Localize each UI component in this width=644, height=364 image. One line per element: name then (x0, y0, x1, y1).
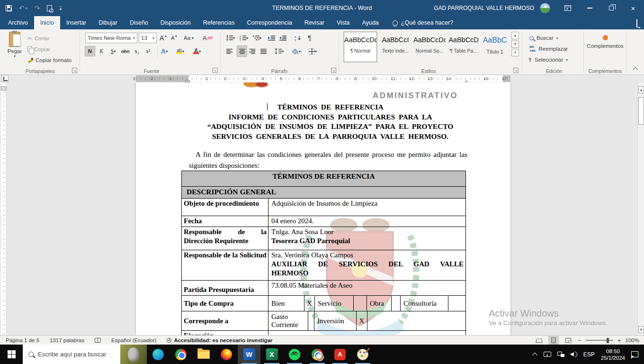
scroll-up-button[interactable]: ▲ (638, 86, 644, 93)
format-painter-button[interactable]: Copiar formato (27, 55, 72, 65)
style-titulo-1[interactable]: AaBbC Título 1 (478, 32, 511, 62)
taskbar-firefox[interactable] (215, 345, 238, 364)
tab-vista[interactable]: Vista (331, 16, 356, 29)
subscript-button[interactable]: x₂ (134, 46, 139, 56)
copy-button[interactable]: Copiar (27, 44, 50, 54)
change-case-button[interactable]: Aa▾ (184, 33, 194, 43)
replace-button[interactable]: ab⤷acReemplazar (529, 44, 568, 54)
select-button[interactable]: Seleccionar▾ (529, 55, 568, 64)
start-button[interactable] (0, 345, 23, 364)
taskbar-chrome[interactable] (170, 345, 192, 364)
accessibility-status[interactable]: Accesibilidad: es necesario investigar (167, 337, 272, 343)
styles-scroll-down[interactable]: ▼ (511, 40, 519, 48)
collapse-ribbon-icon[interactable] (633, 67, 638, 72)
taskbar-acrobat[interactable]: A (329, 345, 351, 364)
style-normal-sa[interactable]: AaBbCcDc Normal Sa... (413, 32, 446, 62)
font-size-combo[interactable]: 13▾ (139, 33, 157, 43)
strikethrough-button[interactable]: abc (121, 46, 130, 56)
show-marks-button[interactable]: ¶ (308, 33, 312, 43)
table-section-row[interactable]: DESCRIPCIÓN GENERAL (182, 187, 465, 199)
table-row-tipo-compra[interactable]: Tipo de Compra Bien X Servicio Obra Cons… (182, 296, 465, 311)
tab-inicio[interactable]: Inicio (34, 16, 60, 29)
zoom-in-button[interactable]: + (617, 337, 621, 344)
align-left-button[interactable] (226, 46, 233, 56)
tray-clock[interactable]: 08:50 25/1/2024 (601, 348, 625, 361)
tray-volume[interactable] (571, 352, 577, 357)
word-count[interactable]: 1317 palabras (50, 337, 84, 343)
table-row-corresponde[interactable]: Corresponde a Gasto Corriente Inversión … (182, 311, 465, 331)
fuente-dialog-launcher[interactable]: ↘ (213, 68, 218, 73)
tray-show-hidden-icons[interactable] (534, 353, 537, 356)
dropdown-icon[interactable]: ▾ (152, 36, 154, 40)
tab-dibujar[interactable]: Dibujar (92, 16, 124, 29)
underline-button[interactable]: S▾ (107, 46, 119, 56)
tab-diseno[interactable]: Diseño (124, 16, 154, 29)
cut-button[interactable]: ✂Cortar (27, 33, 50, 43)
document-page[interactable]: ADMINISTRATIVO TÉRMINOS DE REFERENCIA IN… (136, 82, 510, 335)
tray-language[interactable]: ESP (583, 351, 595, 358)
clear-formatting-button[interactable]: A (203, 33, 213, 43)
horizontal-ruler[interactable]: 32112345678910111213141617 (136, 75, 510, 82)
grow-font-button[interactable]: A▲ (160, 33, 167, 43)
line-spacing-button[interactable]: ▾ (275, 46, 284, 56)
style-normal[interactable]: AaBbCcDc ¶ Normal (344, 32, 377, 62)
decrease-indent-button[interactable] (268, 33, 275, 43)
parrafo-dialog-launcher[interactable]: ↘ (331, 68, 336, 73)
estilos-dialog-launcher[interactable]: ↘ (513, 68, 519, 73)
styles-scroll-up[interactable]: ▲ (511, 32, 519, 39)
tray-network[interactable] (557, 352, 564, 357)
zoom-slider[interactable] (586, 340, 613, 341)
taskbar-edge[interactable] (147, 345, 170, 364)
tell-me-box[interactable]: ¿Qué desea hacer? (393, 16, 454, 29)
borders-button[interactable]: ▾ (309, 46, 317, 56)
superscript-button[interactable]: x² (146, 46, 150, 56)
sort-button[interactable]: AZ (295, 33, 301, 43)
proofing-status[interactable] (95, 338, 101, 343)
restore-button[interactable] (600, 0, 622, 16)
complementos-button[interactable]: Complementos (586, 32, 624, 49)
account-name[interactable]: GAD PARROQUIAL VALLE HERMOSO (434, 5, 534, 11)
vertical-scrollbar[interactable]: ▲ ▼ (637, 82, 644, 335)
table-row-objeto[interactable]: Objeto de procedimiento Adquisición de I… (182, 199, 465, 216)
tab-revisar[interactable]: Revisar (298, 16, 331, 29)
ribbon-display-options-button[interactable] (557, 0, 579, 16)
justify-button[interactable] (260, 46, 267, 56)
font-color-button[interactable]: A▾ (193, 46, 201, 56)
text-effects-button[interactable]: A▾ (161, 46, 168, 56)
table-row-fecha[interactable]: Fecha 04 enero 2024. (182, 216, 465, 227)
table-title-row[interactable]: TÉRMINOS DE REFERENCIA (182, 171, 465, 187)
taskbar-spotify[interactable] (283, 345, 306, 364)
minimize-button[interactable] (579, 0, 600, 16)
shrink-font-button[interactable]: A▼ (171, 33, 178, 43)
tab-ayuda[interactable]: Ayuda (356, 16, 385, 29)
taskbar-search-box[interactable]: Escribe aquí para buscar (23, 345, 147, 364)
scrollbar-thumb[interactable] (638, 97, 644, 125)
comments-button[interactable] (636, 19, 637, 28)
vertical-ruler[interactable] (1, 82, 7, 335)
taskbar-file-explorer[interactable] (192, 345, 215, 364)
increase-indent-button[interactable] (279, 33, 286, 43)
numbering-button[interactable]: 123▾ (240, 33, 248, 43)
italic-button[interactable]: K (97, 46, 106, 56)
tab-insertar[interactable]: Insertar (60, 16, 92, 29)
style-texto-independiente[interactable]: AaBbCcI Texto inde... (379, 32, 412, 62)
scroll-down-button[interactable]: ▼ (638, 326, 644, 333)
tab-archivo[interactable]: Archivo (2, 16, 34, 29)
multilevel-list-button[interactable]: ▾ (253, 33, 261, 43)
tab-correspondencia[interactable]: Correspondencia (241, 16, 298, 29)
style-table-paragraph[interactable]: AaBbCcD ¶ Table Pa... (447, 32, 480, 62)
align-right-button[interactable] (249, 46, 255, 56)
taskbar-word-active[interactable]: W (238, 345, 260, 364)
close-button[interactable]: × (622, 0, 644, 16)
tab-disposicion[interactable]: Disposición (154, 16, 197, 29)
bold-button[interactable]: N (85, 46, 95, 56)
first-line-indent-marker[interactable] (186, 75, 189, 80)
find-button[interactable]: Buscar▾ (529, 33, 558, 43)
taskbar-paint[interactable] (351, 345, 374, 364)
right-indent-marker[interactable] (465, 78, 468, 82)
table-row-partida[interactable]: Partida Presupuestaria 73.08.05 Material… (182, 281, 465, 296)
search-highlight-image[interactable] (120, 345, 147, 364)
table-row-responsable-solicitud[interactable]: Responsable de la Solicitud Sra. Verónic… (182, 250, 465, 281)
zoom-slider-thumb[interactable] (607, 338, 609, 343)
zoom-out-button[interactable]: − (578, 337, 581, 344)
